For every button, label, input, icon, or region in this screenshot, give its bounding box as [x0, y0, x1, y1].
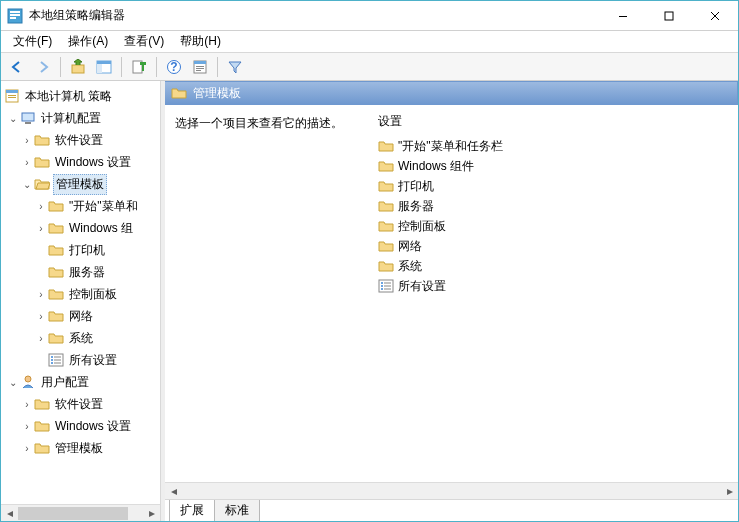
- policy-root-icon: [4, 88, 20, 104]
- list-item-all-settings[interactable]: 所有设置: [378, 276, 730, 296]
- chevron-right-icon[interactable]: ›: [35, 289, 47, 300]
- tree-item-label: "开始"菜单和: [67, 197, 140, 216]
- list-item-windows-components[interactable]: Windows 组件: [378, 156, 730, 176]
- chevron-right-icon[interactable]: ›: [21, 421, 33, 432]
- scroll-left-icon[interactable]: ◂: [165, 483, 182, 499]
- tree-windows-components[interactable]: ›Windows 组: [1, 217, 160, 239]
- detail-horizontal-scrollbar[interactable]: ◂ ▸: [165, 482, 738, 499]
- tree-user-software[interactable]: ›软件设置: [1, 393, 160, 415]
- column-header-settings[interactable]: 设置: [378, 113, 730, 130]
- svg-rect-1: [10, 11, 20, 13]
- export-list-button[interactable]: [127, 56, 151, 78]
- list-item-network[interactable]: 网络: [378, 236, 730, 256]
- maximize-button[interactable]: [646, 1, 692, 30]
- chevron-right-icon[interactable]: ›: [35, 333, 47, 344]
- scroll-left-icon[interactable]: ◂: [1, 505, 18, 522]
- properties-button[interactable]: [188, 56, 212, 78]
- chevron-down-icon[interactable]: ⌄: [7, 113, 19, 124]
- chevron-down-icon[interactable]: ⌄: [7, 377, 19, 388]
- svg-rect-32: [54, 363, 61, 364]
- tree-user-templates[interactable]: ›管理模板: [1, 437, 160, 459]
- tree-system[interactable]: ›系统: [1, 327, 160, 349]
- tree-servers[interactable]: 服务器: [1, 261, 160, 283]
- scrollbar-track[interactable]: [18, 505, 143, 522]
- svg-rect-18: [196, 68, 204, 69]
- tree-windows-settings[interactable]: ›Windows 设置: [1, 151, 160, 173]
- scroll-right-icon[interactable]: ▸: [143, 505, 160, 522]
- menu-help[interactable]: 帮助(H): [172, 31, 229, 52]
- chevron-right-icon[interactable]: ›: [35, 201, 47, 212]
- tree-item-label: Windows 设置: [53, 153, 133, 172]
- tree-printers[interactable]: 打印机: [1, 239, 160, 261]
- nav-forward-button[interactable]: [31, 56, 55, 78]
- folder-icon: [34, 132, 50, 148]
- policy-tree[interactable]: 本地计算机 策略 ⌄ 计算机配置 ›软件设置 ›Windows 设置 ⌄管理模板…: [1, 81, 160, 504]
- scroll-right-icon[interactable]: ▸: [721, 483, 738, 499]
- tree-admin-templates[interactable]: ⌄管理模板: [1, 173, 160, 195]
- close-button[interactable]: [692, 1, 738, 30]
- settings-list-icon: [48, 352, 64, 368]
- minimize-button[interactable]: [600, 1, 646, 30]
- svg-point-27: [51, 356, 53, 358]
- detail-pane: 管理模板 选择一个项目来查看它的描述。 设置 "开始"菜单和任务栏 Window…: [165, 81, 738, 521]
- list-item-servers[interactable]: 服务器: [378, 196, 730, 216]
- tree-computer-config[interactable]: ⌄ 计算机配置: [1, 107, 160, 129]
- svg-rect-3: [10, 17, 16, 19]
- menu-bar: 文件(F) 操作(A) 查看(V) 帮助(H): [1, 31, 738, 53]
- chevron-right-icon[interactable]: ›: [21, 399, 33, 410]
- tab-standard[interactable]: 标准: [214, 500, 260, 522]
- toolbar-separator: [217, 57, 218, 77]
- scrollbar-track[interactable]: [182, 483, 721, 499]
- chevron-right-icon[interactable]: ›: [35, 311, 47, 322]
- list-item-label: 网络: [398, 238, 422, 255]
- tree-item-label: 服务器: [67, 263, 107, 282]
- view-tabs: 扩展 标准: [165, 499, 738, 521]
- list-item-control-panel[interactable]: 控制面板: [378, 216, 730, 236]
- chevron-right-icon[interactable]: ›: [21, 157, 33, 168]
- nav-back-button[interactable]: [5, 56, 29, 78]
- tree-start-menu[interactable]: ›"开始"菜单和: [1, 195, 160, 217]
- svg-rect-30: [54, 357, 61, 358]
- up-level-button[interactable]: [66, 56, 90, 78]
- svg-rect-31: [54, 360, 61, 361]
- chevron-right-icon[interactable]: ›: [21, 443, 33, 454]
- folder-icon: [34, 418, 50, 434]
- tree-item-label: 系统: [67, 329, 95, 348]
- tree-all-settings[interactable]: 所有设置: [1, 349, 160, 371]
- tree-user-windows[interactable]: ›Windows 设置: [1, 415, 160, 437]
- filter-button[interactable]: [223, 56, 247, 78]
- tree-root[interactable]: 本地计算机 策略: [1, 85, 160, 107]
- list-item-printers[interactable]: 打印机: [378, 176, 730, 196]
- tree-software-settings[interactable]: ›软件设置: [1, 129, 160, 151]
- folder-icon: [48, 308, 64, 324]
- chevron-down-icon[interactable]: ⌄: [21, 179, 33, 190]
- folder-icon: [378, 198, 394, 214]
- folder-icon: [34, 440, 50, 456]
- tab-extended[interactable]: 扩展: [169, 500, 215, 522]
- svg-point-35: [381, 282, 383, 284]
- tree-item-label: 所有设置: [67, 351, 119, 370]
- tree-item-label: 打印机: [67, 241, 107, 260]
- list-item-system[interactable]: 系统: [378, 256, 730, 276]
- svg-point-36: [381, 285, 383, 287]
- list-item-start-menu[interactable]: "开始"菜单和任务栏: [378, 136, 730, 156]
- detail-list[interactable]: 设置 "开始"菜单和任务栏 Windows 组件 打印机 服务器 控制面板 网络…: [370, 105, 738, 482]
- show-hide-tree-button[interactable]: [92, 56, 116, 78]
- svg-rect-8: [72, 65, 84, 73]
- menu-view[interactable]: 查看(V): [116, 31, 172, 52]
- chevron-right-icon[interactable]: ›: [21, 135, 33, 146]
- computer-icon: [20, 110, 36, 126]
- scrollbar-thumb[interactable]: [18, 507, 128, 520]
- menu-file[interactable]: 文件(F): [5, 31, 60, 52]
- toolbar-separator: [121, 57, 122, 77]
- list-item-label: 所有设置: [398, 278, 446, 295]
- svg-rect-5: [665, 12, 673, 20]
- tree-network[interactable]: ›网络: [1, 305, 160, 327]
- chevron-right-icon[interactable]: ›: [35, 223, 47, 234]
- tree-user-config[interactable]: ⌄用户配置: [1, 371, 160, 393]
- tree-control-panel[interactable]: ›控制面板: [1, 283, 160, 305]
- tree-horizontal-scrollbar[interactable]: ◂ ▸: [1, 504, 160, 521]
- folder-open-icon: [34, 176, 50, 192]
- help-button[interactable]: ?: [162, 56, 186, 78]
- menu-action[interactable]: 操作(A): [60, 31, 116, 52]
